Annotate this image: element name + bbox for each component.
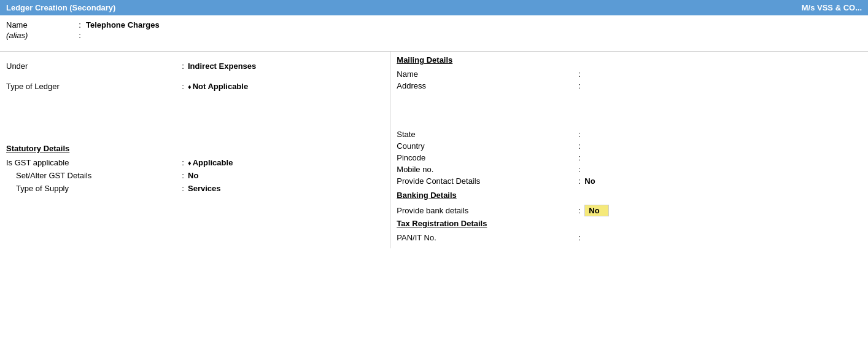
statutory-title: Statutory Details — [6, 144, 384, 153]
name-value[interactable]: Telephone Charges — [86, 20, 160, 30]
country-label: Country — [397, 141, 575, 151]
under-row: Under : Indirect Expenses — [6, 61, 384, 71]
provide-bank-row: Provide bank details : No — [397, 205, 862, 216]
right-panel: Mailing Details Name : Address : State :… — [390, 52, 868, 248]
pincode-label: Pincode — [397, 153, 575, 162]
mobile-label: Mobile no. — [397, 165, 575, 174]
name-row: Name : Telephone Charges — [6, 20, 862, 30]
provide-contact-label: Provide Contact Details — [397, 176, 575, 186]
type-supply-colon: : — [178, 184, 188, 193]
top-section: Name : Telephone Charges (alias) : — [0, 15, 868, 52]
state-row: State : — [397, 130, 862, 139]
mobile-colon: : — [575, 165, 584, 174]
pan-row: PAN/IT No. : — [397, 233, 862, 242]
pan-label: PAN/IT No. — [397, 233, 575, 242]
main-content: Under : Indirect Expenses Type of Ledger… — [0, 52, 868, 248]
banking-title: Banking Details — [397, 191, 862, 200]
under-value[interactable]: Indirect Expenses — [188, 61, 256, 71]
mailing-address-row: Address : — [397, 81, 862, 90]
type-ledger-value[interactable]: ♦Not Applicable — [188, 82, 248, 91]
type-ledger-colon: : — [178, 82, 188, 91]
name-separator: : — [74, 20, 86, 30]
under-label: Under — [6, 61, 178, 71]
provide-contact-value[interactable]: No — [584, 176, 595, 186]
diamond-icon-gst: ♦ — [188, 159, 192, 167]
provide-contact-colon: : — [575, 176, 584, 186]
mailing-name-label: Name — [397, 69, 575, 79]
type-supply-row: Type of Supply : Services — [6, 184, 384, 193]
mailing-title: Mailing Details — [397, 55, 862, 65]
pincode-row: Pincode : — [397, 153, 862, 162]
mailing-address-colon: : — [575, 81, 584, 90]
gst-row: Is GST applicable : ♦Applicable — [6, 158, 384, 167]
provide-bank-colon: : — [575, 206, 584, 215]
alias-label: (alias) — [6, 31, 74, 40]
set-alter-label: Set/Alter GST Details — [6, 171, 178, 180]
diamond-icon: ♦ — [188, 83, 192, 90]
header-title: Ledger Creation (Secondary) — [6, 3, 115, 12]
name-label: Name — [6, 20, 74, 30]
gst-colon: : — [178, 158, 188, 167]
header-bar: Ledger Creation (Secondary) M/s VSS & CO… — [0, 0, 868, 15]
tax-section: Tax Registration Details PAN/IT No. : — [397, 219, 862, 242]
mailing-section: Mailing Details Name : Address : State :… — [397, 55, 862, 186]
header-company: M/s VSS & CO... — [802, 3, 862, 12]
provide-contact-row: Provide Contact Details : No — [397, 176, 862, 186]
left-panel: Under : Indirect Expenses Type of Ledger… — [0, 52, 390, 248]
type-supply-label: Type of Supply — [6, 184, 178, 193]
mailing-name-row: Name : — [397, 69, 862, 79]
type-ledger-row: Type of Ledger : ♦Not Applicable — [6, 82, 384, 91]
alias-row: (alias) : — [6, 31, 862, 40]
set-alter-row: Set/Alter GST Details : No — [6, 171, 384, 180]
country-colon: : — [575, 141, 584, 151]
gst-value[interactable]: ♦Applicable — [188, 158, 233, 167]
mobile-row: Mobile no. : — [397, 165, 862, 174]
set-alter-value[interactable]: No — [188, 171, 198, 180]
pincode-colon: : — [575, 153, 584, 162]
under-colon: : — [178, 61, 188, 71]
banking-section: Banking Details Provide bank details : N… — [397, 191, 862, 216]
mailing-name-colon: : — [575, 69, 584, 79]
country-row: Country : — [397, 141, 862, 151]
tax-title: Tax Registration Details — [397, 219, 862, 228]
mailing-address-label: Address — [397, 81, 575, 90]
alias-separator: : — [74, 31, 86, 40]
type-supply-value[interactable]: Services — [188, 184, 221, 193]
provide-bank-label: Provide bank details — [397, 206, 575, 215]
pan-colon: : — [575, 233, 584, 242]
set-alter-colon: : — [178, 171, 188, 180]
state-colon: : — [575, 130, 584, 139]
type-ledger-label: Type of Ledger — [6, 82, 178, 91]
provide-bank-value[interactable]: No — [584, 205, 609, 216]
gst-label: Is GST applicable — [6, 158, 178, 167]
state-label: State — [397, 130, 575, 139]
